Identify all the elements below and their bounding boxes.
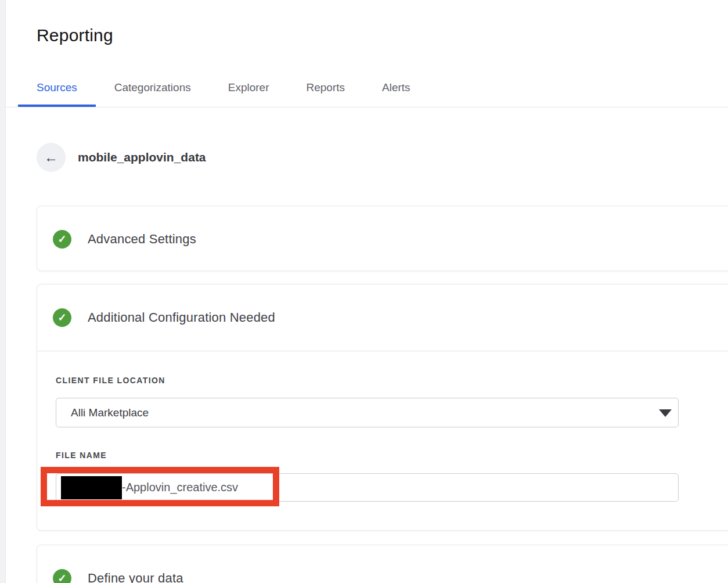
card-header-additional-configuration[interactable]: ✓ Additional Configuration Needed — [37, 285, 728, 351]
reporting-page: Reporting Sources Categorizations Explor… — [6, 0, 728, 583]
section-title: Additional Configuration Needed — [88, 310, 275, 325]
client-file-location-select[interactable]: Alli Marketplace — [56, 398, 679, 427]
card-header-advanced-settings[interactable]: ✓ Advanced Settings — [37, 206, 728, 272]
check-glyph: ✓ — [57, 311, 66, 324]
redaction-box — [61, 476, 122, 499]
select-value: Alli Marketplace — [71, 406, 149, 419]
tab-reports[interactable]: Reports — [287, 68, 363, 107]
source-header: ← mobile_applovin_data — [37, 143, 728, 172]
check-icon: ✓ — [53, 569, 71, 583]
tab-bar: Sources Categorizations Explorer Reports… — [6, 68, 728, 107]
source-title: mobile_applovin_data — [78, 150, 206, 164]
check-icon: ✓ — [53, 230, 71, 249]
section-title: Advanced Settings — [88, 232, 196, 247]
client-file-location-label: CLIENT FILE LOCATION — [56, 376, 728, 384]
tab-label: Sources — [37, 81, 77, 94]
page-title: Reporting — [37, 26, 728, 45]
file-name-input[interactable]: -Applovin_creative.csv — [56, 473, 679, 502]
card-additional-configuration: ✓ Additional Configuration Needed CLIENT… — [37, 284, 728, 531]
tab-label: Reports — [306, 81, 345, 94]
tab-explorer[interactable]: Explorer — [210, 68, 288, 107]
additional-configuration-form: CLIENT FILE LOCATION Alli Marketplace FI… — [37, 376, 728, 530]
check-glyph: ✓ — [57, 572, 66, 583]
tab-alerts[interactable]: Alerts — [363, 68, 429, 107]
arrow-left-icon: ← — [44, 149, 58, 165]
file-name-label: FILE NAME — [56, 451, 728, 459]
left-gutter — [0, 0, 6, 583]
tab-categorizations[interactable]: Categorizations — [96, 68, 210, 107]
back-button[interactable]: ← — [37, 143, 66, 172]
chevron-down-icon — [659, 409, 672, 417]
section-title: Define your data — [88, 571, 183, 583]
card-advanced-settings: ✓ Advanced Settings — [37, 206, 728, 271]
tab-label: Explorer — [228, 81, 269, 94]
card-header-define-your-data[interactable]: ✓ Define your data — [37, 545, 728, 583]
file-name-value: -Applovin_creative.csv — [122, 481, 238, 494]
check-icon: ✓ — [53, 308, 71, 327]
tab-label: Alerts — [382, 81, 410, 94]
tab-sources[interactable]: Sources — [18, 68, 96, 107]
tab-label: Categorizations — [114, 81, 191, 94]
check-glyph: ✓ — [57, 233, 66, 246]
card-divider — [37, 351, 728, 351]
card-define-your-data: ✓ Define your data — [37, 545, 728, 583]
